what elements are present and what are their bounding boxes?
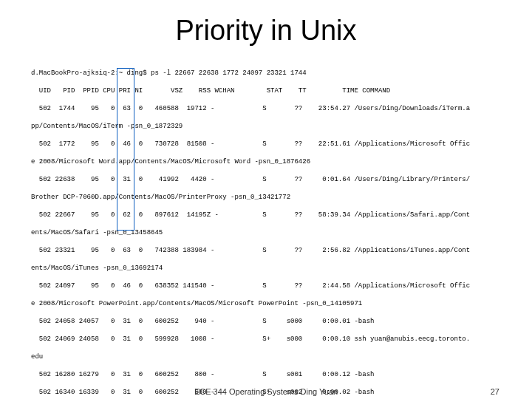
ps-line: ents/MacOS/Safari -psn_0_13458645 xyxy=(31,228,532,237)
ps-header: UID PID PPID CPU PRI NI VSZ RSS WCHAN ST… xyxy=(31,86,532,95)
ps-line: pp/Contents/MacOS/iTerm -psn_0_1872329 xyxy=(31,122,532,131)
footer-text: ECE 344 Operating Systems Ding Yuan xyxy=(0,387,532,396)
terminal-output: d.MacBookPro-ajksiq-2:~ ding$ ps -l 2266… xyxy=(31,60,532,399)
ps-line: 502 1772 95 0 46 0 730728 81508 - S ?? 2… xyxy=(31,140,532,149)
ps-line: 502 24058 24057 0 31 0 600252 940 - S s0… xyxy=(31,317,532,326)
ps-line: 502 1744 95 0 63 0 460588 19712 - S ?? 2… xyxy=(31,104,532,113)
ps-line: 502 23321 95 0 63 0 742388 183984 - S ??… xyxy=(31,246,532,255)
ps-line: e 2008/Microsoft Word.app/Contents/MacOS… xyxy=(31,157,532,166)
slide-title: Priority in Unix xyxy=(0,15,532,47)
ps-line: edu xyxy=(31,352,532,361)
ps-line: Brother DCP-7060D.app/Contents/MacOS/Pri… xyxy=(31,193,532,202)
ps-line: 502 16280 16279 0 31 0 600252 800 - S s0… xyxy=(31,370,532,379)
ps-line: 502 24069 24058 0 31 0 599928 1008 - S+ … xyxy=(31,335,532,344)
prompt-line: d.MacBookPro-ajksiq-2:~ ding$ ps -l 2266… xyxy=(31,69,532,78)
ps-line: 502 22667 95 0 62 0 897612 14195Z - S ??… xyxy=(31,211,532,219)
ps-line: 502 24097 95 0 46 0 638352 141540 - S ??… xyxy=(31,282,532,290)
page-number: 27 xyxy=(491,387,499,396)
ps-line: e 2008/Microsoft PowerPoint.app/Contents… xyxy=(31,299,532,308)
ps-line: 502 22638 95 0 31 0 41992 4420 - S ?? 0:… xyxy=(31,175,532,184)
ps-line: ents/MacOS/iTunes -psn_0_13692174 xyxy=(31,264,532,273)
